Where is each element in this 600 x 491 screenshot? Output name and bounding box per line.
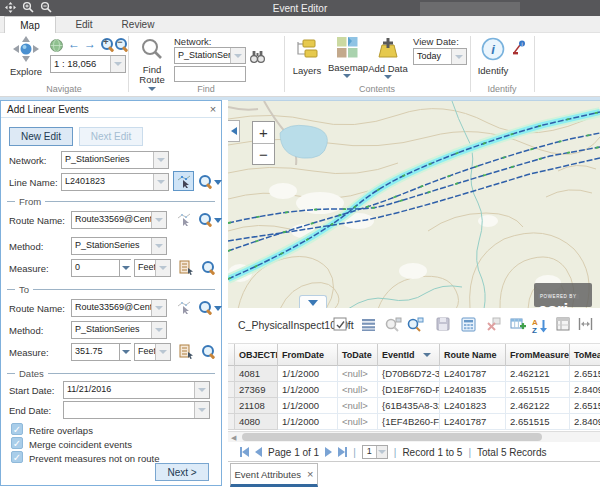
table-row[interactable]: 21108 1/1/2000 <null> {61B435A8-32 L2401… [228,398,600,414]
table-row[interactable]: 27369 1/1/2000 <null> {D1E8F76D-F L24018… [228,382,600,398]
from-method-arrow[interactable] [151,238,166,254]
table-collapse-button[interactable] [299,295,327,308]
scrollbar-thumb[interactable] [242,433,542,441]
map-view[interactable]: + − POWERED BY esri [228,100,600,308]
column-header-routename[interactable]: Route Name [440,344,506,366]
from-select-route-button[interactable] [173,209,194,229]
end-date-combo[interactable] [63,401,210,419]
retire-overlaps-checkbox[interactable] [11,423,23,435]
row-selector[interactable] [228,414,235,430]
panel-network-combo[interactable]: P_StationSeries [61,151,169,169]
binoculars-icon[interactable] [250,49,265,67]
column-header-todate[interactable]: ToDate [338,344,378,366]
from-measure-picker-icon[interactable] [179,260,194,279]
next-edit-button[interactable]: Next Edit [79,127,143,146]
from-unit-arrow[interactable] [155,260,170,276]
layers-button[interactable]: Layers [290,37,324,76]
view-date-dropdown-arrow[interactable] [451,49,466,64]
delete-selected-icon[interactable] [486,317,502,333]
line-name-arrow[interactable] [153,174,168,190]
to-measure-combo[interactable]: 351.75 [71,343,131,361]
find-route-button[interactable]: Find Route [134,37,170,91]
to-measure-picker-icon[interactable] [179,344,194,363]
table-row[interactable]: 4081 1/1/2000 <null> {D70B6D72-3 L240178… [228,366,600,382]
identify-button[interactable]: i Identify [476,37,510,76]
scale-combo[interactable]: 1 : 18,056 [50,55,126,73]
scale-dropdown-arrow[interactable] [110,56,125,72]
page-number-arrow[interactable] [376,446,387,458]
tab-event-attributes[interactable]: Event Attributes × [230,463,318,487]
row-selector[interactable] [228,398,235,414]
zoom-in-tool-icon[interactable]: + [100,37,115,52]
first-page-button[interactable] [240,447,249,457]
last-page-button[interactable] [338,447,347,457]
scroll-left-arrow-icon[interactable]: ◀ [231,434,236,442]
column-header-tomeasure[interactable]: ToMea [570,344,600,366]
column-header-objectid[interactable]: OBJECTID [235,344,278,366]
line-zoom-caret-icon[interactable] [214,180,222,185]
pan-to-selection-icon[interactable] [407,317,423,333]
horizontal-scrollbar[interactable]: ◀ [228,431,600,442]
identify-route-location-icon[interactable]: i [512,40,527,59]
find-route-input[interactable] [174,66,246,82]
to-measure-caret[interactable] [119,344,131,360]
sort-icon[interactable]: AZ [531,317,547,333]
zoom-out-tool-icon[interactable]: − [114,37,129,52]
column-header-eventid[interactable]: EventId [378,344,440,366]
from-method-combo[interactable]: P_StationSeries [71,237,167,255]
row-selector[interactable] [228,366,235,382]
save-edits-icon[interactable] [436,317,452,333]
from-route-name-arrow[interactable] [151,212,166,228]
end-date-arrow[interactable] [194,402,209,418]
from-zoom-icon[interactable] [198,212,213,227]
line-zoom-icon[interactable] [198,174,213,189]
map-zoom-out-button[interactable]: − [253,143,274,164]
next-button[interactable]: Next > [155,463,209,481]
page-number-combo[interactable]: 1 [362,445,388,459]
tab-close-icon[interactable]: × [307,468,313,480]
select-records-icon[interactable] [333,317,349,333]
tab-map[interactable]: Map [4,16,56,33]
back-arrow-icon[interactable]: ← [68,38,80,50]
panel-collapse-button[interactable] [228,120,240,142]
column-header-fromdate[interactable]: FromDate [278,344,338,366]
network-dropdown-arrow[interactable] [230,48,245,63]
merge-coincident-checkbox[interactable] [11,437,23,449]
table-row[interactable]: 4080 1/1/2000 <null> {1EF4B260-F0 L24017… [228,414,600,430]
to-method-arrow[interactable] [151,322,166,338]
to-route-name-combo[interactable]: Route33569@Cent [71,299,167,317]
from-zoom-caret-icon[interactable] [214,218,222,223]
network-combo[interactable]: P_StationSeries [174,47,246,64]
zoom-to-selection-icon[interactable] [385,317,401,333]
to-unit-arrow[interactable] [155,344,170,360]
previous-page-button[interactable] [255,447,262,457]
panel-network-arrow[interactable] [153,152,168,168]
globe-icon[interactable] [50,38,63,56]
add-data-button[interactable]: Add Data [368,37,408,79]
attribute-window-icon[interactable] [556,317,572,333]
forward-arrow-icon[interactable]: → [84,38,96,50]
to-measure-zoom-icon[interactable] [201,344,216,359]
from-measure-combo[interactable]: 0 [71,259,131,277]
field-calculator-icon[interactable] [461,317,477,333]
panel-close-icon[interactable]: × [205,103,221,115]
prevent-measures-checkbox[interactable] [11,451,23,463]
fit-columns-icon[interactable] [578,317,594,333]
row-selector[interactable] [228,382,235,398]
start-date-arrow[interactable] [194,382,209,398]
column-header-frommeasure[interactable]: FromMeasure [506,344,570,366]
tab-review[interactable]: Review [112,16,164,33]
to-zoom-caret-icon[interactable] [214,306,222,311]
from-route-name-combo[interactable]: Route33569@Cent [71,211,167,229]
select-line-on-map-button[interactable] [173,171,194,191]
from-measure-caret[interactable] [119,260,131,276]
to-zoom-icon[interactable] [198,300,213,315]
tab-edit[interactable]: Edit [58,16,110,33]
next-page-button[interactable] [325,447,332,457]
map-zoom-in-button[interactable]: + [253,122,274,143]
from-unit-combo[interactable]: Feet [134,259,171,277]
to-method-combo[interactable]: P_StationSeries [71,321,167,339]
to-route-name-arrow[interactable] [151,300,166,316]
to-select-route-button[interactable] [173,297,194,317]
show-selection-icon[interactable] [361,317,377,333]
